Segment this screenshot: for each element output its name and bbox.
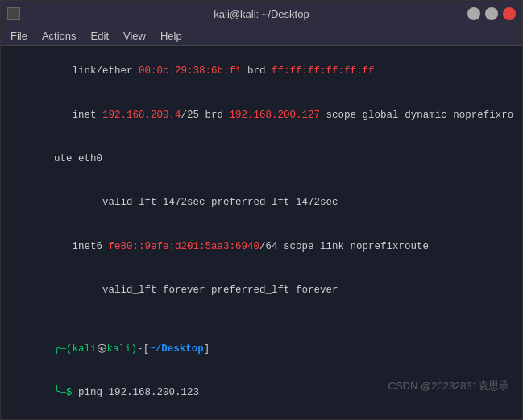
terminal-icon <box>7 7 20 20</box>
prompt-bracket3: ] <box>204 343 210 355</box>
blank-line <box>6 312 517 326</box>
terminal-body[interactable]: link/ether 00:0c:29:38:6b:f1 brd ff:ff:f… <box>1 46 522 419</box>
terminal-line: inet6 fe80::9efe:d201:5aa3:6940/64 scope… <box>6 225 517 268</box>
ip-address: 192.168.200.4 <box>102 110 181 121</box>
menu-view[interactable]: View <box>117 28 152 44</box>
cmd-text: ping 192.168.200.123 <box>78 387 199 398</box>
prompt-dir: ~/Desktop <box>149 343 204 355</box>
menu-file[interactable]: File <box>4 28 34 44</box>
text-span: inet <box>54 110 102 121</box>
watermark: CSDN @20232831袁思承 <box>388 379 509 393</box>
menu-help[interactable]: Help <box>154 28 189 44</box>
terminal-window: kali@kali: ~/Desktop File Actions Edit V… <box>0 0 523 420</box>
minimize-button[interactable] <box>467 7 480 20</box>
prompt-at-symbol: ㉿ <box>97 343 107 355</box>
terminal-wrapper: link/ether 00:0c:29:38:6b:f1 brd ff:ff:f… <box>1 46 522 419</box>
menubar: File Actions Edit View Help <box>1 27 522 46</box>
prompt-line: ╭─(kali㉿kali)-[~/Desktop] <box>6 326 517 370</box>
prompt-close: ) <box>131 343 138 355</box>
prompt-host: kali <box>107 343 131 355</box>
terminal-line: link/ether 00:0c:29:38:6b:f1 brd ff:ff:f… <box>6 49 517 93</box>
prompt-bracket2: [ <box>143 343 150 355</box>
prompt-arrow: ╰─$ <box>54 387 78 398</box>
broadcast-mac: ff:ff:ff:ff:ff:ff <box>272 65 375 77</box>
titlebar-left <box>7 7 23 20</box>
ipv6-address: fe80::9efe:d201:5aa3:6940 <box>109 241 260 252</box>
menu-edit[interactable]: Edit <box>85 28 115 44</box>
titlebar: kali@kali: ~/Desktop <box>1 1 522 27</box>
text-span: link/ether <box>54 65 139 77</box>
prompt-open: ( <box>66 343 73 355</box>
broadcast-ip: 192.168.200.127 <box>230 110 321 121</box>
prompt-user: kali <box>73 343 97 355</box>
prompt-dash: - <box>137 343 143 355</box>
text-span: ute eth0 <box>54 153 102 164</box>
text-span: valid_lft 1472sec preferred_lft 1472sec <box>54 197 338 208</box>
text-span: valid_lft forever preferred_lft forever <box>54 285 338 296</box>
prompt-icon: ╭─ <box>54 343 66 355</box>
text-span: /64 scope link noprefixroute <box>259 241 429 252</box>
window-controls <box>467 7 516 20</box>
close-button[interactable] <box>503 7 516 20</box>
maximize-button[interactable] <box>485 7 498 20</box>
terminal-line: valid_lft forever preferred_lft forever <box>6 268 517 312</box>
terminal-line: PING 192.168.200.123 (192.168.200.123) 5… <box>6 414 517 419</box>
text-span: brd <box>242 65 272 77</box>
terminal-line: inet 192.168.200.4/25 brd 192.168.200.12… <box>6 93 517 136</box>
window-title: kali@kali: ~/Desktop <box>214 8 309 20</box>
text-span: inet6 <box>54 241 109 252</box>
terminal-line: ute eth0 <box>6 137 517 181</box>
text-span: scope global dynamic noprefixro <box>320 110 513 121</box>
text-span: /25 brd <box>181 110 230 121</box>
terminal-line: valid_lft 1472sec preferred_lft 1472sec <box>6 181 517 224</box>
menu-actions[interactable]: Actions <box>35 28 83 44</box>
mac-address: 00:0c:29:38:6b:f1 <box>139 65 242 77</box>
